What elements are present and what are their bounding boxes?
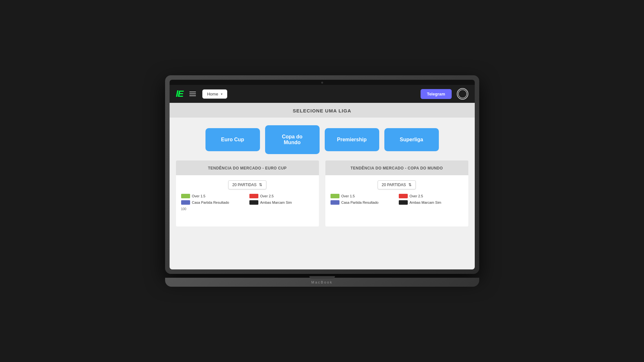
- premiership-button[interactable]: Premiership: [325, 128, 379, 151]
- swatch-over25: [249, 194, 258, 198]
- partidas-label-euro-cup: 20 PARTIDAS: [232, 183, 257, 187]
- legend-label-over15: Over 1.5: [192, 194, 205, 198]
- laptop-base: MacBook: [165, 278, 479, 287]
- partidas-select-euro-cup[interactable]: 20 PARTIDAS ⇅: [228, 180, 267, 189]
- league-buttons-section: Euro Cup Copa doMundo Premiership Superl…: [170, 118, 475, 160]
- legend-label-ambas-copa: Ambas Marcam Sim: [410, 201, 441, 204]
- select-league-section: SELECIONE UMA LIGA: [170, 103, 475, 118]
- swatch-over15: [181, 194, 190, 198]
- chart-y-label-euro-cup: 100: [181, 205, 314, 211]
- market-card-body-euro-cup: 20 PARTIDAS ⇅ Over 1.5: [176, 175, 319, 226]
- legend-label-ambas: Ambas Marcam Sim: [260, 201, 292, 204]
- swatch-over25-copa: [399, 194, 408, 198]
- swatch-over15-copa: [330, 194, 339, 198]
- avatar[interactable]: [457, 88, 468, 100]
- market-card-header-copa: TENDÊNCIA DO MERCADO - COPA DO MUNDO: [325, 160, 468, 175]
- swatch-casa: [181, 200, 190, 205]
- legend-item-over15-copa: Over 1.5: [330, 194, 395, 198]
- market-title-copa: TENDÊNCIA DO MERCADO - COPA DO MUNDO: [350, 166, 443, 170]
- market-sections: TENDÊNCIA DO MERCADO - EURO CUP 20 PARTI…: [170, 160, 475, 226]
- logo: lE: [176, 89, 183, 98]
- chevron-down-icon: ▾: [221, 92, 222, 96]
- swatch-casa-copa: [330, 200, 339, 205]
- legend-item-casa-copa: Casa Partida Resultado: [330, 200, 395, 205]
- partidas-dropdown-copa: 20 PARTIDAS ⇅: [330, 180, 463, 189]
- screen-content: lE Home ▾ Telegram S: [170, 85, 475, 269]
- legend-item-over25-copa: Over 2.5: [399, 194, 463, 198]
- home-dropdown[interactable]: Home ▾: [202, 89, 227, 99]
- home-label: Home: [207, 92, 218, 96]
- superliga-button[interactable]: Superliga: [384, 128, 439, 151]
- avatar-inner: [458, 89, 467, 98]
- laptop-notch: [309, 276, 335, 279]
- partidas-arrow-icon: ⇅: [259, 183, 262, 187]
- legend-euro-cup: Over 1.5 Over 2.5 Casa Partida Resultado: [181, 194, 314, 205]
- legend-label-over25: Over 2.5: [260, 194, 274, 198]
- legend-copa: Over 1.5 Over 2.5 Casa Partida Resultado: [330, 194, 463, 205]
- navbar: lE Home ▾ Telegram: [170, 85, 475, 103]
- camera-dot: [321, 82, 323, 84]
- partidas-label-copa: 20 PARTIDAS: [382, 183, 406, 187]
- swatch-ambas-copa: [399, 200, 408, 205]
- copa-do-mundo-button[interactable]: Copa doMundo: [265, 125, 320, 154]
- select-league-title: SELECIONE UMA LIGA: [293, 108, 351, 113]
- legend-item-ambas-copa: Ambas Marcam Sim: [399, 200, 463, 205]
- legend-item-over25: Over 2.5: [249, 194, 314, 198]
- market-card-copa: TENDÊNCIA DO MERCADO - COPA DO MUNDO 20 …: [325, 160, 468, 226]
- legend-item-casa: Casa Partida Resultado: [181, 200, 246, 205]
- partidas-dropdown-euro-cup: 20 PARTIDAS ⇅: [181, 180, 314, 189]
- hamburger-icon[interactable]: [188, 90, 197, 97]
- legend-label-over15-copa: Over 1.5: [341, 194, 355, 198]
- market-card-header-euro-cup: TENDÊNCIA DO MERCADO - EURO CUP: [176, 160, 319, 175]
- legend-item-ambas: Ambas Marcam Sim: [249, 200, 314, 205]
- swatch-ambas: [249, 200, 258, 205]
- laptop-brand: MacBook: [311, 280, 333, 284]
- market-title-euro-cup: TENDÊNCIA DO MERCADO - EURO CUP: [208, 166, 287, 170]
- laptop-screen-bezel: lE Home ▾ Telegram S: [170, 80, 475, 269]
- euro-cup-button[interactable]: Euro Cup: [205, 128, 260, 151]
- legend-label-casa: Casa Partida Resultado: [192, 201, 229, 204]
- market-card-euro-cup: TENDÊNCIA DO MERCADO - EURO CUP 20 PARTI…: [176, 160, 319, 226]
- partidas-select-copa[interactable]: 20 PARTIDAS ⇅: [378, 180, 416, 189]
- telegram-button[interactable]: Telegram: [421, 89, 452, 99]
- legend-label-casa-copa: Casa Partida Resultado: [341, 201, 379, 204]
- laptop-wrapper: lE Home ▾ Telegram S: [165, 75, 479, 287]
- legend-label-over25-copa: Over 2.5: [410, 194, 423, 198]
- partidas-arrow-icon-copa: ⇅: [408, 183, 412, 187]
- legend-item-over15: Over 1.5: [181, 194, 246, 198]
- laptop-body: lE Home ▾ Telegram S: [165, 75, 479, 274]
- market-card-body-copa: 20 PARTIDAS ⇅ Over 1.5: [325, 175, 468, 226]
